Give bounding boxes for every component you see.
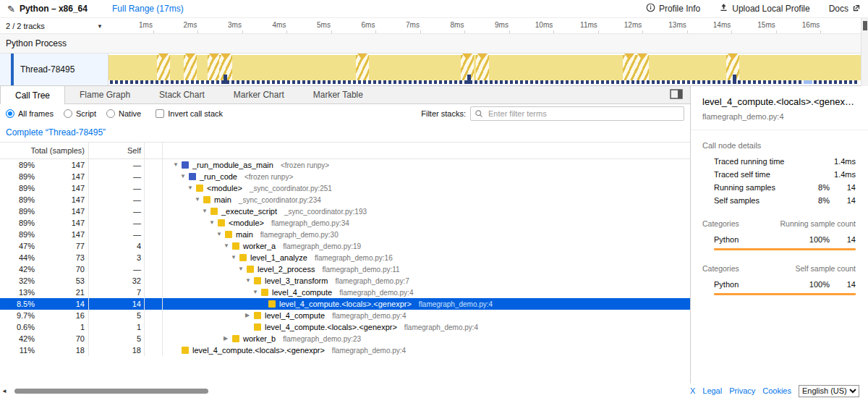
process-track-header[interactable]: Python Process [0, 34, 868, 54]
tracks-vertical-scrollbar-thumb[interactable] [863, 21, 867, 30]
expander-open-icon[interactable]: ▼ [252, 289, 261, 295]
expander-open-icon[interactable]: ▼ [195, 197, 203, 203]
row-total-percent: 89% [0, 172, 35, 181]
sidebar-toggle-button[interactable] [663, 86, 690, 103]
search-box [470, 106, 684, 121]
category-row: Python100%14 [691, 278, 868, 290]
call-tree-row[interactable]: 42%70—▼level_2_processflamegraph_demo.py… [0, 263, 690, 275]
marker-triangle-icon [209, 54, 219, 60]
tracks-dropdown[interactable]: 2 / 2 tracks ▼ [0, 18, 109, 34]
footer-link-privacy[interactable]: Privacy [729, 386, 755, 395]
timeline-ruler[interactable]: 1ms2ms3ms4ms5ms6ms7ms8ms9ms10ms11ms12ms1… [109, 18, 861, 33]
thread-activity-graph[interactable] [109, 54, 868, 85]
call-tree-row[interactable]: 89%147—▼<module>_sync_coordinator.py:251 [0, 182, 690, 194]
row-icon-cell [145, 159, 163, 171]
row-total-cell: 89%147 [0, 159, 89, 171]
filter-input[interactable] [470, 106, 684, 121]
call-tree-row[interactable]: 13%217▼level_4_computeflamegraph_demo.py… [0, 287, 690, 298]
tab-call-tree[interactable]: Call Tree [0, 86, 65, 104]
expander-open-icon[interactable]: ▼ [238, 266, 247, 272]
call-tree-rows: 89%147—▼_run_module_as_main<frozen runpy… [0, 159, 690, 384]
footer-link-x[interactable]: X [690, 386, 695, 395]
expander-open-icon[interactable]: ▼ [180, 174, 189, 179]
call-tree-row[interactable]: 89%147—▼_execute_script_sync_coordinator… [0, 206, 690, 217]
function-name: _run_module_as_main [192, 161, 273, 169]
radio-input-native[interactable] [106, 109, 115, 118]
language-select[interactable]: English (US) [799, 385, 859, 397]
radio-all-frames[interactable]: All frames [6, 109, 54, 118]
horizontal-scrollbar-thumb[interactable] [14, 389, 208, 394]
scroll-left-arrow-icon[interactable]: ◄ [1, 388, 7, 394]
expander-open-icon[interactable]: ▼ [224, 243, 232, 249]
invert-checkbox-input[interactable] [156, 109, 164, 118]
radio-native[interactable]: Native [106, 109, 141, 118]
radio-script[interactable]: Script [64, 109, 96, 118]
detail-label: Traced running time [714, 157, 830, 166]
marker-triangle-icon [221, 54, 231, 60]
row-self-cell: — [89, 159, 145, 171]
expander-open-icon[interactable]: ▼ [202, 208, 210, 214]
upload-local-profile-button[interactable]: Upload Local Profile [719, 3, 809, 14]
call-tree-row[interactable]: 42%705▶worker_bflamegraph_demo.py:23 [0, 333, 690, 344]
expander-open-icon[interactable]: ▼ [216, 232, 225, 237]
profile-info-button[interactable]: Profile Info [646, 3, 700, 14]
row-icon-cell [145, 275, 163, 287]
categories-subheader: Self sample count [796, 264, 856, 273]
radio-input-script[interactable] [64, 109, 72, 118]
tracks-vertical-scrollbar[interactable] [861, 18, 868, 86]
thread-track-label[interactable]: Thread-78495 [0, 54, 109, 85]
time-tick-label: 8ms [451, 21, 464, 29]
source-location: flamegraph_demo.py:4 [332, 312, 406, 320]
footer-link-cookies[interactable]: Cookies [762, 386, 791, 395]
source-location: flamegraph_demo.py:7 [335, 277, 409, 285]
call-tree-row[interactable]: 0.6%11level_4_compute.<locals>.<genexpr>… [0, 321, 690, 333]
expander-open-icon[interactable]: ▼ [209, 220, 218, 226]
function-name: _run_code [200, 172, 237, 181]
call-tree-row[interactable]: 47%774▼worker_aflamegraph_demo.py:19 [0, 240, 690, 252]
tab-flame-graph[interactable]: Flame Graph [65, 86, 145, 103]
category-percent: 100% [798, 280, 830, 289]
call-tree-row[interactable]: 32%5332▼level_3_transformflamegraph_demo… [0, 275, 690, 287]
filter-stacks: Filter stacks: [421, 106, 684, 121]
category-color-icon [268, 300, 276, 308]
call-tree-row[interactable]: 89%147—▼<module>flamegraph_demo.py:34 [0, 217, 690, 229]
expander-open-icon[interactable]: ▼ [231, 255, 239, 261]
breadcrumb[interactable]: Complete “Thread-78495” [6, 127, 106, 137]
call-tree-row[interactable]: 9.7%165▶level_4_computeflamegraph_demo.p… [0, 310, 690, 321]
expander-open-icon[interactable]: ▼ [187, 185, 196, 191]
row-self-cell: — [89, 206, 145, 217]
radio-input-all-frames[interactable] [6, 109, 14, 118]
profile-info-label: Profile Info [659, 4, 700, 14]
call-tree-row[interactable]: 44%733▼level_1_analyzeflamegraph_demo.py… [0, 252, 690, 263]
category-color-icon [210, 208, 218, 215]
full-range-link[interactable]: Full Range (17ms) [112, 4, 184, 14]
call-tree-row[interactable]: 89%147—▼main_sync_coordinator.py:234 [0, 194, 690, 206]
call-node-details-header: Call node details [691, 130, 868, 155]
tab-stack-chart[interactable]: Stack Chart [145, 86, 219, 103]
row-tree-cell: level_4_compute.<locals>.<genexpr>flameg… [163, 298, 690, 310]
radio-label: All frames [18, 109, 54, 118]
call-tree-row[interactable]: 89%147—▼_run_code<frozen runpy> [0, 171, 690, 182]
expander-open-icon[interactable]: ▼ [245, 278, 254, 284]
row-total-cell: 89%147 [0, 206, 89, 217]
edit-profile-name-icon[interactable]: ✎ [7, 4, 15, 14]
call-tree-row[interactable]: 11%1818level_4_compute.<locals>.<genexpr… [0, 344, 690, 356]
footer-link-legal[interactable]: Legal [702, 386, 722, 395]
time-tick-mark [731, 30, 732, 33]
call-tree-row[interactable]: 89%147—▼_run_module_as_main<frozen runpy… [0, 159, 690, 171]
tab-marker-chart[interactable]: Marker Chart [219, 86, 299, 103]
row-self-cell: — [89, 182, 145, 194]
category-count: 14 [830, 235, 856, 244]
sidebar-categories: CategoriesRunning sample countPython100%… [691, 207, 868, 297]
expander-closed-icon[interactable]: ▶ [224, 336, 232, 342]
docs-button[interactable]: Docs [829, 4, 861, 14]
call-tree-row[interactable]: 89%147—▼mainflamegraph_demo.py:30 [0, 229, 690, 240]
call-tree-row[interactable]: 8.5%1414level_4_compute.<locals>.<genexp… [0, 298, 690, 310]
expander-closed-icon[interactable]: ▶ [245, 313, 254, 318]
row-icon-cell [145, 321, 163, 333]
tab-marker-table[interactable]: Marker Table [299, 86, 378, 103]
row-total-cell: 89%147 [0, 229, 89, 240]
row-total-cell: 8.5%14 [0, 298, 89, 310]
invert-call-stack-checkbox[interactable]: Invert call stack [156, 109, 223, 118]
expander-open-icon[interactable]: ▼ [173, 162, 182, 168]
